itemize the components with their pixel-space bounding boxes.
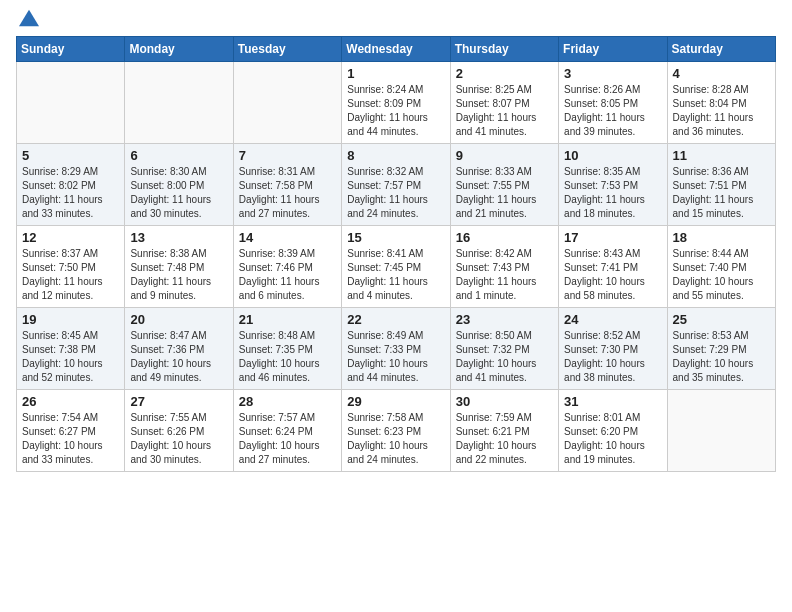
day-number: 1 <box>347 66 444 81</box>
day-info: Sunrise: 8:37 AM Sunset: 7:50 PM Dayligh… <box>22 247 119 303</box>
day-number: 30 <box>456 394 553 409</box>
calendar-day-25: 25Sunrise: 8:53 AM Sunset: 7:29 PM Dayli… <box>667 308 775 390</box>
day-header-saturday: Saturday <box>667 37 775 62</box>
day-info: Sunrise: 7:58 AM Sunset: 6:23 PM Dayligh… <box>347 411 444 467</box>
calendar-week-5: 26Sunrise: 7:54 AM Sunset: 6:27 PM Dayli… <box>17 390 776 472</box>
calendar-day-5: 5Sunrise: 8:29 AM Sunset: 8:02 PM Daylig… <box>17 144 125 226</box>
day-number: 13 <box>130 230 227 245</box>
day-number: 11 <box>673 148 770 163</box>
calendar-empty-cell <box>17 62 125 144</box>
calendar-day-9: 9Sunrise: 8:33 AM Sunset: 7:55 PM Daylig… <box>450 144 558 226</box>
day-header-monday: Monday <box>125 37 233 62</box>
day-header-tuesday: Tuesday <box>233 37 341 62</box>
calendar-empty-cell <box>667 390 775 472</box>
day-header-wednesday: Wednesday <box>342 37 450 62</box>
day-info: Sunrise: 8:25 AM Sunset: 8:07 PM Dayligh… <box>456 83 553 139</box>
calendar-day-17: 17Sunrise: 8:43 AM Sunset: 7:41 PM Dayli… <box>559 226 667 308</box>
day-info: Sunrise: 8:30 AM Sunset: 8:00 PM Dayligh… <box>130 165 227 221</box>
calendar-week-4: 19Sunrise: 8:45 AM Sunset: 7:38 PM Dayli… <box>17 308 776 390</box>
day-info: Sunrise: 8:01 AM Sunset: 6:20 PM Dayligh… <box>564 411 661 467</box>
day-number: 24 <box>564 312 661 327</box>
day-info: Sunrise: 8:32 AM Sunset: 7:57 PM Dayligh… <box>347 165 444 221</box>
day-header-friday: Friday <box>559 37 667 62</box>
page-container: SundayMondayTuesdayWednesdayThursdayFrid… <box>0 0 792 612</box>
day-number: 5 <box>22 148 119 163</box>
day-info: Sunrise: 8:53 AM Sunset: 7:29 PM Dayligh… <box>673 329 770 385</box>
calendar-day-2: 2Sunrise: 8:25 AM Sunset: 8:07 PM Daylig… <box>450 62 558 144</box>
calendar-day-14: 14Sunrise: 8:39 AM Sunset: 7:46 PM Dayli… <box>233 226 341 308</box>
day-number: 9 <box>456 148 553 163</box>
day-info: Sunrise: 8:41 AM Sunset: 7:45 PM Dayligh… <box>347 247 444 303</box>
day-info: Sunrise: 8:45 AM Sunset: 7:38 PM Dayligh… <box>22 329 119 385</box>
day-info: Sunrise: 8:47 AM Sunset: 7:36 PM Dayligh… <box>130 329 227 385</box>
day-number: 12 <box>22 230 119 245</box>
day-number: 18 <box>673 230 770 245</box>
day-number: 19 <box>22 312 119 327</box>
day-info: Sunrise: 8:39 AM Sunset: 7:46 PM Dayligh… <box>239 247 336 303</box>
day-info: Sunrise: 8:35 AM Sunset: 7:53 PM Dayligh… <box>564 165 661 221</box>
day-number: 17 <box>564 230 661 245</box>
day-info: Sunrise: 8:36 AM Sunset: 7:51 PM Dayligh… <box>673 165 770 221</box>
calendar-day-8: 8Sunrise: 8:32 AM Sunset: 7:57 PM Daylig… <box>342 144 450 226</box>
calendar-day-22: 22Sunrise: 8:49 AM Sunset: 7:33 PM Dayli… <box>342 308 450 390</box>
day-number: 2 <box>456 66 553 81</box>
day-info: Sunrise: 8:43 AM Sunset: 7:41 PM Dayligh… <box>564 247 661 303</box>
day-number: 29 <box>347 394 444 409</box>
calendar-day-12: 12Sunrise: 8:37 AM Sunset: 7:50 PM Dayli… <box>17 226 125 308</box>
calendar-day-19: 19Sunrise: 8:45 AM Sunset: 7:38 PM Dayli… <box>17 308 125 390</box>
calendar-empty-cell <box>125 62 233 144</box>
calendar-day-15: 15Sunrise: 8:41 AM Sunset: 7:45 PM Dayli… <box>342 226 450 308</box>
logo-icon <box>19 8 39 28</box>
day-info: Sunrise: 8:31 AM Sunset: 7:58 PM Dayligh… <box>239 165 336 221</box>
day-info: Sunrise: 7:55 AM Sunset: 6:26 PM Dayligh… <box>130 411 227 467</box>
day-info: Sunrise: 7:54 AM Sunset: 6:27 PM Dayligh… <box>22 411 119 467</box>
day-number: 15 <box>347 230 444 245</box>
calendar-day-16: 16Sunrise: 8:42 AM Sunset: 7:43 PM Dayli… <box>450 226 558 308</box>
day-info: Sunrise: 7:57 AM Sunset: 6:24 PM Dayligh… <box>239 411 336 467</box>
svg-marker-0 <box>19 10 39 27</box>
day-info: Sunrise: 8:42 AM Sunset: 7:43 PM Dayligh… <box>456 247 553 303</box>
day-number: 25 <box>673 312 770 327</box>
calendar-day-30: 30Sunrise: 7:59 AM Sunset: 6:21 PM Dayli… <box>450 390 558 472</box>
day-number: 31 <box>564 394 661 409</box>
calendar-day-26: 26Sunrise: 7:54 AM Sunset: 6:27 PM Dayli… <box>17 390 125 472</box>
calendar-day-7: 7Sunrise: 8:31 AM Sunset: 7:58 PM Daylig… <box>233 144 341 226</box>
calendar-week-2: 5Sunrise: 8:29 AM Sunset: 8:02 PM Daylig… <box>17 144 776 226</box>
day-info: Sunrise: 8:38 AM Sunset: 7:48 PM Dayligh… <box>130 247 227 303</box>
day-number: 8 <box>347 148 444 163</box>
day-info: Sunrise: 8:33 AM Sunset: 7:55 PM Dayligh… <box>456 165 553 221</box>
calendar-day-29: 29Sunrise: 7:58 AM Sunset: 6:23 PM Dayli… <box>342 390 450 472</box>
calendar-day-10: 10Sunrise: 8:35 AM Sunset: 7:53 PM Dayli… <box>559 144 667 226</box>
calendar-day-23: 23Sunrise: 8:50 AM Sunset: 7:32 PM Dayli… <box>450 308 558 390</box>
day-number: 20 <box>130 312 227 327</box>
calendar-day-21: 21Sunrise: 8:48 AM Sunset: 7:35 PM Dayli… <box>233 308 341 390</box>
day-number: 22 <box>347 312 444 327</box>
calendar-day-24: 24Sunrise: 8:52 AM Sunset: 7:30 PM Dayli… <box>559 308 667 390</box>
page-header <box>16 12 776 28</box>
calendar-day-3: 3Sunrise: 8:26 AM Sunset: 8:05 PM Daylig… <box>559 62 667 144</box>
calendar-day-13: 13Sunrise: 8:38 AM Sunset: 7:48 PM Dayli… <box>125 226 233 308</box>
day-number: 28 <box>239 394 336 409</box>
day-info: Sunrise: 8:48 AM Sunset: 7:35 PM Dayligh… <box>239 329 336 385</box>
day-number: 23 <box>456 312 553 327</box>
calendar-day-18: 18Sunrise: 8:44 AM Sunset: 7:40 PM Dayli… <box>667 226 775 308</box>
day-number: 3 <box>564 66 661 81</box>
day-header-sunday: Sunday <box>17 37 125 62</box>
calendar-empty-cell <box>233 62 341 144</box>
calendar-day-20: 20Sunrise: 8:47 AM Sunset: 7:36 PM Dayli… <box>125 308 233 390</box>
day-info: Sunrise: 8:26 AM Sunset: 8:05 PM Dayligh… <box>564 83 661 139</box>
day-info: Sunrise: 8:29 AM Sunset: 8:02 PM Dayligh… <box>22 165 119 221</box>
calendar-day-27: 27Sunrise: 7:55 AM Sunset: 6:26 PM Dayli… <box>125 390 233 472</box>
calendar-week-3: 12Sunrise: 8:37 AM Sunset: 7:50 PM Dayli… <box>17 226 776 308</box>
day-number: 21 <box>239 312 336 327</box>
calendar-day-28: 28Sunrise: 7:57 AM Sunset: 6:24 PM Dayli… <box>233 390 341 472</box>
day-number: 4 <box>673 66 770 81</box>
day-number: 14 <box>239 230 336 245</box>
calendar-day-4: 4Sunrise: 8:28 AM Sunset: 8:04 PM Daylig… <box>667 62 775 144</box>
calendar-week-1: 1Sunrise: 8:24 AM Sunset: 8:09 PM Daylig… <box>17 62 776 144</box>
day-number: 26 <box>22 394 119 409</box>
day-info: Sunrise: 7:59 AM Sunset: 6:21 PM Dayligh… <box>456 411 553 467</box>
calendar-day-1: 1Sunrise: 8:24 AM Sunset: 8:09 PM Daylig… <box>342 62 450 144</box>
logo <box>16 12 39 28</box>
calendar-table: SundayMondayTuesdayWednesdayThursdayFrid… <box>16 36 776 472</box>
